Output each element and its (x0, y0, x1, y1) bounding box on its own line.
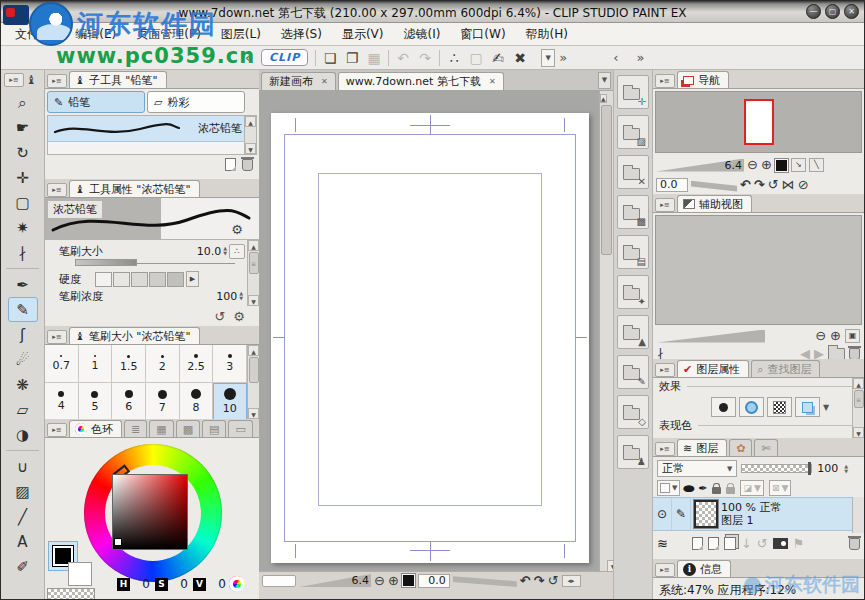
brush-size-cell[interactable]: 3 (213, 345, 247, 383)
menu-view[interactable]: 显示(V) (332, 23, 394, 46)
fit-to-window-icon[interactable] (402, 574, 415, 587)
rotate-cw-icon[interactable]: ↷ (534, 573, 545, 589)
layer-property-scrollbar[interactable]: ▲≡▼ (852, 378, 864, 438)
color-set-tab[interactable]: ▦ (149, 420, 173, 437)
menu-select[interactable]: 选择(S) (271, 23, 332, 46)
rotate-canvas-tool[interactable]: ↻ (8, 140, 38, 165)
close-folder-button[interactable]: ✕ (617, 155, 649, 189)
set-ruler-select[interactable]: ◪▼ (740, 480, 763, 496)
save-file-icon[interactable]: ▦ (363, 47, 385, 69)
menu-page-manage[interactable]: 页面管理(P) (126, 23, 211, 46)
tool-property-scrollbar[interactable]: ▲≡▼ (247, 240, 259, 306)
new-canvas-icon[interactable]: ❏ (319, 47, 341, 69)
dock-prev-icon[interactable]: ‹ (609, 50, 622, 65)
ruler-icon[interactable]: ⚑ (793, 536, 805, 552)
expand-toolbar-icon[interactable]: » (555, 50, 571, 65)
draw-folder-button[interactable]: ✎ (617, 355, 649, 389)
search-layer-tab[interactable]: ⌕ 查找图层 (751, 360, 820, 377)
minimize-button[interactable]: — (806, 4, 821, 19)
image-folder-button[interactable]: ▲ (617, 315, 649, 349)
rotate-ccw-icon[interactable]: ↶ (740, 177, 751, 193)
info-tab[interactable]: i 信息 (677, 560, 731, 577)
undo-icon[interactable]: ↶ (392, 47, 414, 69)
move-tool[interactable]: ✛ (8, 165, 38, 190)
brush-size-cell[interactable]: 7 (146, 383, 180, 419)
previous-image-icon[interactable]: ◀ (800, 346, 810, 359)
delete-subtool-icon[interactable] (242, 159, 253, 171)
color-history-tab[interactable]: ▭ (228, 420, 252, 437)
collapse-left-dock-icon[interactable]: « (241, 50, 257, 65)
erase-outside-icon[interactable]: ✍ (487, 47, 509, 69)
reset-rotation-icon[interactable]: ↺ (548, 573, 559, 589)
wrench-icon[interactable]: ⚙ (231, 222, 243, 237)
navigator-folder-button[interactable]: ✛ (617, 75, 649, 109)
pencil-tool[interactable]: ✎ (8, 297, 38, 322)
hardness-selector[interactable] (95, 272, 184, 287)
pen-tool[interactable]: ✒ (8, 272, 38, 297)
subtool-group-pastel[interactable]: ▱ 粉彩 (147, 91, 245, 113)
merge-down-icon[interactable]: ↺ (757, 536, 768, 552)
maximize-button[interactable]: ▢ (825, 4, 840, 19)
blend-mode-select[interactable]: 正常 ▼ (657, 460, 737, 477)
toolbar-dropdown[interactable]: ▼ (541, 49, 555, 67)
open-file-icon[interactable]: ❐ (341, 47, 363, 69)
brush-size-scrollbar[interactable]: ▲▼ (247, 345, 259, 419)
reset-flip-icon[interactable]: ⊘ (798, 177, 809, 193)
effect-folder-button[interactable]: ✦ (617, 275, 649, 309)
subtool-scrollbar[interactable]: ▲▼ (244, 116, 256, 154)
approx-color-tab[interactable]: ▤ (202, 420, 226, 437)
rotate-ccw-icon[interactable]: ↶ (520, 573, 531, 589)
layers-tab[interactable]: ≋ 图层 (677, 439, 727, 456)
background-color-swatch[interactable] (68, 562, 92, 586)
reset-tool-icon[interactable]: ↺ (214, 309, 225, 324)
brush-size-cell[interactable]: 1.5 (112, 345, 146, 383)
line-correct-tool[interactable]: ✐ (8, 554, 38, 579)
tone-effect-button[interactable] (739, 397, 764, 417)
gradient-tool[interactable]: ▨ (8, 479, 38, 504)
brush-size-cell[interactable]: 6 (112, 383, 146, 419)
figure-folder-button[interactable]: ♟ (617, 435, 649, 469)
eyedropper-tool[interactable]: ∤ (8, 240, 38, 265)
menu-edit[interactable]: 编辑(E) (65, 23, 126, 46)
canvas-page[interactable] (271, 113, 589, 563)
brush-size-cell[interactable]: 5 (79, 383, 113, 419)
subview-tab[interactable]: 辅助视图 (677, 195, 752, 212)
tab-overflow-icon[interactable]: ▼ (598, 72, 611, 89)
menu-help[interactable]: 帮助(H) (516, 23, 578, 46)
transparent-color-swatch[interactable] (47, 588, 95, 599)
zoom-out-icon[interactable]: ⊖ (374, 573, 385, 589)
hand-tool[interactable]: ☛ (8, 115, 38, 140)
layer-color-button[interactable] (795, 397, 820, 417)
brush-size-panel-menu[interactable]: ▸≡ (47, 330, 67, 344)
canvas-horizontal-scrollbar[interactable] (262, 575, 296, 587)
menu-filter[interactable]: 滤镜(I) (393, 23, 450, 46)
subview-zoom-slider[interactable] (657, 330, 765, 343)
close-button[interactable]: ✕ (844, 4, 859, 19)
layers-menu[interactable]: ▸≡ (655, 442, 675, 456)
canvas-viewport[interactable] (259, 91, 599, 573)
actual-size-icon[interactable]: ╲ (809, 158, 824, 172)
auto-eyedropper-icon[interactable]: ∤ (657, 346, 664, 359)
delete-layer-icon[interactable] (849, 538, 860, 550)
opacity-slider[interactable] (741, 464, 812, 473)
flip-horizontal-icon[interactable]: ⋈ (782, 177, 795, 193)
fill-tool[interactable]: ∪ (8, 454, 38, 479)
selection-tool[interactable]: ▢ (8, 190, 38, 215)
layer-property-menu[interactable]: ▸≡ (655, 363, 675, 377)
canvas-vertical-scrollbar[interactable]: ▲ ▼ (599, 91, 613, 573)
duplicate-layer-icon[interactable] (724, 537, 736, 550)
navigator-tab[interactable]: 导航 (677, 71, 729, 88)
brush-size-cell[interactable]: 4 (45, 383, 79, 419)
brush-size-source-icon[interactable]: ∴ (229, 244, 245, 259)
tool-property-menu[interactable]: ▸≡ (47, 183, 67, 197)
register-tool-icon[interactable]: ⚙ (233, 309, 245, 324)
delete-image-icon[interactable] (849, 348, 860, 359)
sv-marker[interactable] (114, 538, 122, 546)
color-panel-menu[interactable]: ▸≡ (47, 423, 67, 437)
rotate-cw-icon[interactable]: ↷ (754, 177, 765, 193)
doc-tab-7down[interactable]: www.7down.net 第七下载 ✕ (338, 72, 504, 90)
fit-to-window-icon[interactable]: ▣ (845, 329, 860, 343)
subview-canvas[interactable] (655, 215, 862, 325)
layer-paint-tab[interactable]: ✿ (729, 439, 752, 456)
brush-size-spinner[interactable]: ▲▼ (223, 246, 227, 256)
